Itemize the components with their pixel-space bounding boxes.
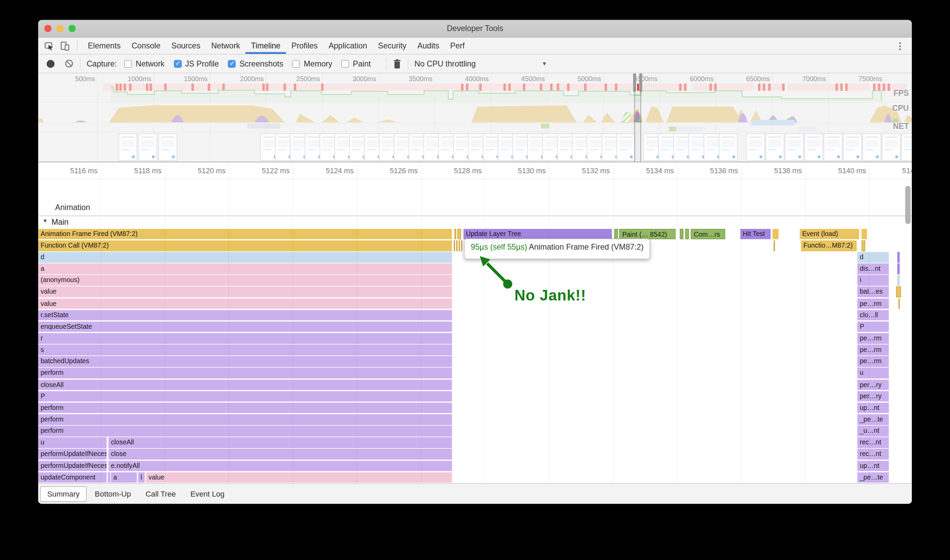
flame-bar-rec-nt[interactable]: rec…nt [857,449,888,459]
flame-bar-clo-ll[interactable]: clo…ll [857,310,888,321]
flame-bar-up-nt[interactable]: up…nt [857,402,888,413]
flame-bar-com-rs[interactable]: Com…rs [691,229,725,239]
trash-icon[interactable] [393,58,402,69]
flame-bar-enqueuesetstate[interactable]: enqueueSetState [38,322,452,332]
detail-tab-summary[interactable]: Summary [40,486,87,502]
tab-timeline[interactable]: Timeline [246,37,286,54]
tab-profiles[interactable]: Profiles [286,37,323,54]
unchecked-checkbox[interactable] [341,60,349,68]
flame-bar-dis-nt[interactable]: dis…nt [857,264,888,274]
capture-option-network[interactable]: Network [124,59,165,68]
flame-bar-perform[interactable]: perform [38,426,452,436]
flame-bar-u[interactable]: u [38,437,107,448]
flame-bar-pe-te[interactable]: _pe…te [857,472,888,483]
tab-console[interactable]: Console [126,37,166,54]
checked-checkbox[interactable] [174,60,182,68]
detail-tab-event-log[interactable]: Event Log [184,487,231,502]
flame-bar-per-ry[interactable]: per…ry [857,379,888,390]
overflow-menu-icon[interactable]: ⋮ [895,40,905,51]
capture-option-paint[interactable]: Paint [341,59,370,68]
flame-bar-rec-nt[interactable]: rec…nt [857,437,888,448]
flame-chart[interactable]: Animation Frame Fired (VM87:2)Update Lay… [38,228,912,483]
flame-bar-batchedupdates[interactable]: batchedUpdates [38,356,452,367]
capture-option-memory[interactable]: Memory [293,59,332,68]
collapse-arrow-icon[interactable]: ▼ [42,218,48,224]
flame-bar-function-call-vm87-2[interactable]: Function Call (VM87:2) [38,240,452,251]
tab-sources[interactable]: Sources [166,37,206,54]
inspect-element-icon[interactable] [44,41,54,51]
flame-bar-anonymous[interactable]: (anonymous) [38,275,452,286]
flame-bar-close[interactable]: close [108,449,452,459]
detail-tab-call-tree[interactable]: Call Tree [139,487,182,502]
flame-bar[interactable] [455,229,456,239]
flame-bar-hit-test[interactable]: Hit Test [740,229,771,239]
flame-bar[interactable] [773,229,779,239]
tab-application[interactable]: Application [323,37,373,54]
flame-bar[interactable] [774,240,775,251]
flame-bar[interactable] [456,240,458,251]
animation-track[interactable]: Animation [38,179,912,216]
tab-perf[interactable]: Perf [445,37,470,54]
main-track-header[interactable]: ▼ Main [38,216,912,229]
flame-bar-pe-te[interactable]: _pe…te [857,414,888,425]
flame-bar-update-layer-tree[interactable]: Update Layer Tree [463,229,612,239]
detail-tab-bottom-up[interactable]: Bottom-Up [88,487,137,502]
vertical-scrollbar-thumb[interactable] [905,186,911,224]
checked-checkbox[interactable] [228,60,236,68]
flame-bar-up-nt[interactable]: up…nt [857,460,888,471]
flame-bar-bat-es[interactable]: bat…es [857,287,888,297]
flame-bar-r[interactable]: r [38,333,452,344]
device-toolbar-icon[interactable] [60,41,69,51]
flame-bar[interactable] [458,229,461,239]
flame-bar-a[interactable]: a [38,264,452,274]
capture-option-screenshots[interactable]: Screenshots [228,59,283,68]
flame-bar[interactable] [898,252,900,263]
flame-bar-animation-frame-fired-vm87-2[interactable]: Animation Frame Fired (VM87:2) [38,229,452,239]
flame-bar[interactable] [898,275,900,286]
flame-bar-perform[interactable]: perform [38,414,452,425]
flame-bar-e-notifyall[interactable]: e.notifyAll [108,460,452,471]
tab-elements[interactable]: Elements [82,37,126,54]
flame-bar-d[interactable]: d [38,252,452,263]
unchecked-checkbox[interactable] [124,60,132,68]
flame-bar[interactable] [685,229,689,239]
flame-bar[interactable] [898,264,900,274]
flame-bar-paint-8542[interactable]: Paint (… 8542) [619,229,675,239]
flame-bar-value[interactable]: value [38,287,452,297]
flame-bar-s[interactable]: s [38,345,452,355]
flame-bar[interactable] [461,240,463,251]
flame-bar-r-setstate[interactable]: r.setState [38,310,452,321]
flame-bar[interactable] [680,229,683,239]
flame-bar[interactable] [108,472,110,483]
flame-bar-value[interactable]: value [146,472,452,483]
flame-bar-pe-rm[interactable]: pe…rm [857,333,888,344]
flame-bar-u-nt[interactable]: _u…nt [857,426,888,436]
flame-bar-closeall[interactable]: closeAll [38,379,452,390]
flame-bar[interactable] [896,287,901,297]
flame-bar-pe-rm[interactable]: pe…rm [857,298,888,309]
record-button[interactable] [47,60,55,68]
tab-audits[interactable]: Audits [412,37,445,54]
flame-bar[interactable] [862,229,867,239]
flame-bar[interactable] [454,240,455,251]
flame-bar-closeall[interactable]: closeAll [108,437,452,448]
flame-bar-d[interactable]: d [857,252,888,263]
cpu-throttling-select[interactable]: No CPU throttling ▼ [415,59,551,68]
flame-bar-i[interactable]: i [857,275,888,286]
flame-bar-p[interactable]: P [857,322,888,332]
flame-bar-value[interactable]: value [38,298,452,309]
flame-bar[interactable] [899,298,900,309]
flame-bar[interactable] [614,229,618,239]
flame-bar-perform[interactable]: perform [38,402,452,413]
clear-icon[interactable] [64,58,74,68]
overview-pane[interactable]: 500ms1000ms1500ms2000ms2500ms3000ms3500m… [38,73,912,162]
tab-security[interactable]: Security [373,37,412,54]
flame-bar-updatecomponent[interactable]: updateComponent [38,472,107,483]
flame-bar[interactable] [862,240,865,251]
flame-bar-performupdateifnecessary[interactable]: performUpdateIfNecessary [38,449,107,459]
flame-bar-pe-rm[interactable]: pe…rm [857,356,888,367]
flame-bar[interactable] [459,240,460,251]
flame-bar-perform[interactable]: perform [38,368,452,378]
flame-bar-performupdateifnecessary[interactable]: performUpdateIfNecessary [38,460,107,471]
flame-bar-l[interactable]: l [138,472,145,483]
